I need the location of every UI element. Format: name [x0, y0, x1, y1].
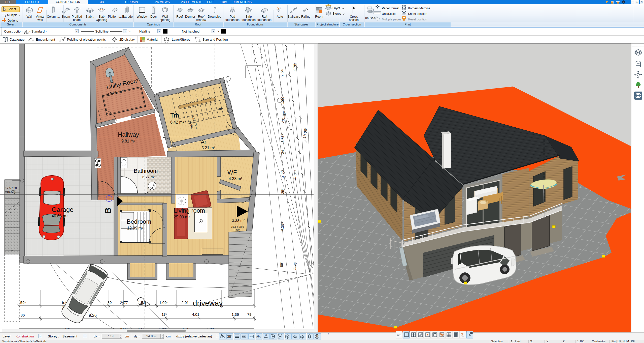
svg-text:Garage: Garage: [52, 206, 74, 213]
svg-text:1.09⁵: 1.09⁵: [159, 300, 168, 305]
svg-text:4.01: 4.01: [192, 312, 199, 317]
svg-text:24: 24: [280, 150, 285, 154]
svg-text:12.99 m²: 12.99 m²: [127, 226, 143, 230]
svg-text:36: 36: [21, 313, 25, 317]
svg-text:1.00: 1.00: [280, 97, 285, 104]
svg-text:100%: 100%: [249, 336, 253, 337]
svg-text:1.73⁵: 1.73⁵: [280, 134, 285, 143]
svg-text:2.01: 2.01: [181, 300, 189, 305]
svg-text:1175: 1175: [292, 262, 297, 270]
svg-text:89: 89: [108, 300, 112, 305]
svg-text:2.64: 2.64: [280, 69, 284, 76]
svg-text:2477: 2477: [120, 327, 128, 329]
svg-text:5.21 m²: 5.21 m²: [201, 146, 215, 150]
svg-text:Abc: Abc: [256, 335, 261, 338]
svg-text:6.42 m²: 6.42 m²: [170, 120, 184, 124]
svg-text:WF: WF: [227, 169, 237, 176]
svg-text:Living room: Living room: [174, 207, 205, 214]
svg-text:?: ?: [623, 1, 624, 4]
svg-text:3.38 m²: 3.38 m²: [232, 218, 245, 223]
svg-text:Trh.: Trh.: [170, 112, 181, 119]
svg-text:1.51: 1.51: [138, 327, 145, 329]
svg-text:16.3 / 28.6: 16.3 / 28.6: [231, 225, 244, 228]
svg-text:79: 79: [247, 312, 252, 317]
svg-text:4.29⁵: 4.29⁵: [280, 222, 285, 231]
svg-text:1.36: 1.36: [231, 312, 239, 317]
svg-text:2.75⁵: 2.75⁵: [293, 62, 297, 71]
svg-text:1.99⁵: 1.99⁵: [159, 327, 167, 329]
svg-text:5.49⁵: 5.49⁵: [61, 327, 70, 329]
svg-text:N: N: [316, 335, 318, 338]
svg-text:59⁵: 59⁵: [20, 300, 26, 305]
svg-text:17.5 / 28.0: 17.5 / 28.0: [5, 186, 19, 190]
svg-text:B: B: [103, 208, 113, 214]
svg-text:40.66 m²: 40.66 m²: [52, 214, 68, 218]
svg-text:9.81 m²: 9.81 m²: [121, 139, 135, 143]
svg-text:1.98⁵: 1.98⁵: [207, 327, 215, 329]
svg-text:11⁵: 11⁵: [162, 312, 167, 317]
svg-text:Bathroom: Bathroom: [134, 168, 158, 174]
svg-text:25.00 m²: 25.00 m²: [174, 215, 190, 219]
svg-text:2477: 2477: [120, 301, 128, 305]
svg-text:1.2: 1.2: [265, 334, 267, 336]
svg-text:231.06⁵: 231.06⁵: [281, 110, 287, 123]
svg-text:86⁵: 86⁵: [280, 262, 284, 267]
svg-text:6.77 m²: 6.77 m²: [142, 175, 155, 179]
svg-text:2.01: 2.01: [182, 327, 188, 329]
svg-text:25⁵: 25⁵: [281, 188, 285, 194]
svg-text:driveway: driveway: [193, 299, 223, 307]
svg-text:2.50: 2.50: [280, 170, 284, 178]
svg-text:8 Stg.: 8 Stg.: [234, 228, 241, 232]
svg-text:Hallway: Hallway: [118, 131, 139, 138]
svg-text:4.33 m²: 4.33 m²: [229, 177, 243, 181]
svg-text:Ar: Ar: [201, 139, 206, 145]
svg-text:Bedroom: Bedroom: [127, 218, 151, 225]
svg-text:11.64⁵: 11.64⁵: [292, 169, 297, 180]
